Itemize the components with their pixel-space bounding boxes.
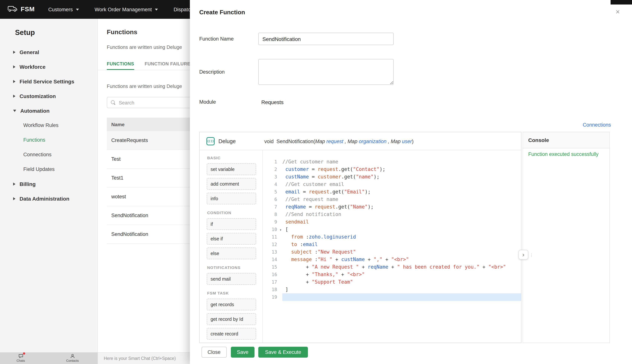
sidebar-item-functions[interactable]: Functions — [0, 132, 97, 147]
sidebar-item-automation[interactable]: Automation — [0, 103, 97, 118]
code-token: + — [338, 272, 347, 277]
code-token: " has been created for you." — [397, 264, 480, 270]
fsm-brand[interactable]: FSM — [8, 6, 35, 13]
code-line[interactable]: 14 message :"Hi " + custName + "," + "<b… — [263, 256, 521, 263]
snippet-else-if[interactable]: else if — [207, 233, 256, 244]
sidebar-item-workflow-rules[interactable]: Workflow Rules — [0, 118, 97, 132]
code-line[interactable]: 17 + "Support Team" — [263, 278, 521, 286]
code-line[interactable]: 11 from :zoho.loginuserid — [263, 233, 521, 241]
snippet-else[interactable]: else — [207, 248, 256, 259]
code-token: //Send notification — [285, 212, 341, 217]
connections-link[interactable]: Connections — [583, 122, 611, 128]
fold-caret-icon[interactable] — [279, 226, 282, 234]
description-input[interactable] — [258, 59, 394, 85]
snippet-get-record-by-id[interactable]: get record by Id — [207, 313, 256, 325]
code-line[interactable]: 7 reqName = request.get("Name"); — [263, 203, 521, 211]
code-line[interactable]: 9 sendmail — [263, 218, 521, 226]
snippet-create-record[interactable]: create record — [207, 328, 256, 340]
sidebar-item-customization[interactable]: Customization — [0, 89, 97, 103]
code-line[interactable]: 3 custName = customer.get("name"); — [263, 173, 521, 181]
snippet-section-label: NOTIFICATIONS — [207, 265, 256, 270]
code-token — [282, 166, 285, 172]
line-number: 14 — [263, 256, 282, 263]
sidebar-item-label: Workforce — [20, 64, 46, 70]
snippet-if[interactable]: if — [207, 218, 256, 230]
snippet-add-comment[interactable]: add comment — [207, 178, 256, 190]
code-token: + — [282, 279, 312, 285]
chat-icon — [18, 354, 23, 358]
code-text: subject :"New Request" — [282, 248, 521, 256]
code-line[interactable]: 13 subject :"New Request" — [263, 248, 521, 256]
code-token: : — [297, 242, 303, 247]
snippet-send-mail[interactable]: send mail — [207, 273, 256, 285]
code-token: : — [312, 249, 318, 255]
chevron-down-icon — [76, 8, 79, 10]
snippet-get-records[interactable]: get records — [207, 299, 256, 310]
signature-token: ) — [412, 138, 414, 144]
code-token: "Name" — [350, 204, 368, 210]
nav-item-work-order-management[interactable]: Work Order Management — [95, 6, 158, 12]
sidebar-item-field-service-settings[interactable]: Field Service Settings — [0, 74, 97, 89]
code-token: //Get customer name — [282, 159, 338, 164]
code-line[interactable]: 18 ] — [263, 286, 521, 294]
close-button[interactable]: Close — [201, 347, 226, 358]
code-editor[interactable]: 1//Get customer name2 customer = request… — [263, 150, 521, 342]
save-button[interactable]: Save — [231, 347, 254, 358]
sidebar-item-workforce[interactable]: Workforce — [0, 59, 97, 74]
code-line[interactable]: 5 email = request.get("Email"); — [263, 188, 521, 196]
close-icon[interactable] — [612, 7, 623, 17]
code-line[interactable]: 8 //Send notification — [263, 211, 521, 218]
chevron-right-icon — [13, 94, 16, 98]
code-token: + — [388, 264, 397, 270]
function-name-input[interactable] — [258, 33, 394, 45]
line-number: 6 — [263, 196, 282, 203]
code-token: + — [382, 256, 391, 262]
collapse-console-button[interactable] — [518, 250, 528, 260]
tab-functions[interactable]: FUNCTIONS — [107, 62, 134, 70]
nav-item-customers[interactable]: Customers — [48, 6, 79, 12]
sidebar-item-general[interactable]: General — [0, 45, 97, 59]
code-text: [ — [282, 226, 521, 233]
code-line[interactable]: 12 to :email — [263, 241, 521, 248]
page-description: Functions are written using Deluge — [107, 44, 182, 50]
description-label: Description — [199, 69, 225, 75]
code-line[interactable]: 2 customer = request.get("Contact"); — [263, 166, 521, 173]
code-line[interactable]: 15 + "A new Request " + reqName + " has … — [263, 263, 521, 271]
line-number: 11 — [263, 233, 282, 241]
code-line[interactable]: 16 + "Thanks," + "<br>" — [263, 271, 521, 278]
sidebar-item-connections[interactable]: Connections — [0, 147, 97, 162]
code-token: request — [309, 189, 330, 194]
code-line[interactable]: 1//Get customer name — [263, 158, 521, 166]
code-token: "Thanks," — [312, 272, 338, 277]
code-text: //Get customer email — [282, 181, 521, 188]
code-token: reqName — [285, 204, 306, 210]
code-line[interactable]: 4 //Get customer email — [263, 181, 521, 188]
console-header: Console — [523, 132, 609, 148]
chats-button[interactable]: Chats — [17, 354, 25, 362]
pane-resize-handle[interactable] — [529, 251, 533, 258]
chevron-right-icon — [13, 197, 16, 200]
contacts-button[interactable]: Contacts — [66, 354, 79, 362]
sidebar-item-label: Field Service Settings — [20, 78, 74, 84]
save-execute-button[interactable]: Save & Execute — [258, 347, 308, 358]
signature-token: organization — [359, 138, 387, 144]
snippet-set-variable[interactable]: set variable — [207, 164, 256, 175]
code-token: ); — [368, 204, 374, 210]
code-line[interactable]: 19 — [263, 294, 521, 301]
snippet-section-label: FSM TASK — [207, 291, 256, 295]
sidebar-menu: GeneralWorkforceField Service SettingsCu… — [0, 45, 97, 206]
snippet-info[interactable]: info — [207, 193, 256, 204]
code-token — [282, 234, 291, 240]
sidebar-item-billing[interactable]: Billing — [0, 176, 97, 191]
code-token: : — [312, 256, 318, 262]
code-token: to — [291, 242, 297, 247]
line-number: 19 — [263, 294, 282, 301]
tab-function-failures[interactable]: FUNCTION FAILURES — [145, 62, 193, 70]
code-line[interactable]: 6 //Get request name — [263, 196, 521, 203]
code-token: "Hi " — [318, 256, 332, 262]
code-line[interactable]: 10 [ — [263, 226, 521, 233]
function-name-cell: SendNotification — [111, 232, 148, 237]
sidebar-item-field-updates[interactable]: Field Updates — [0, 162, 97, 176]
sidebar-item-data-administration[interactable]: Data Administration — [0, 191, 97, 206]
nav-item-label: Work Order Management — [95, 6, 152, 12]
